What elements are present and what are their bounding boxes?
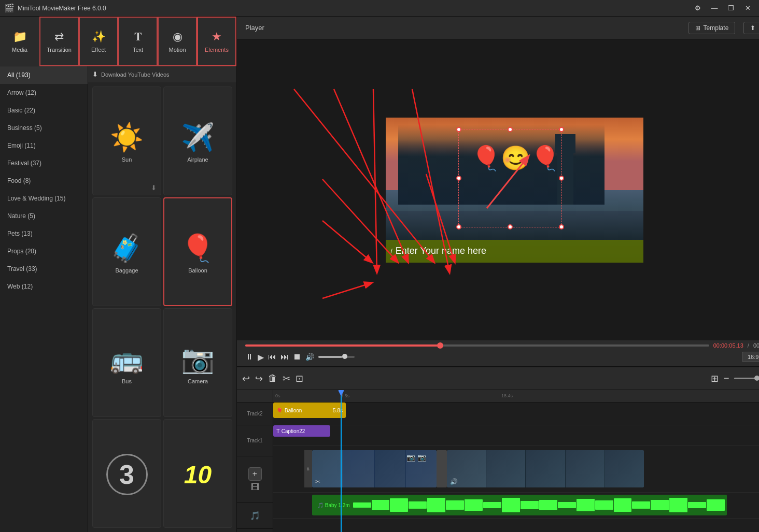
elements-grid: ☀️ Sun ⬇ ✈️ Airplane 🧳 Baggage: [88, 82, 236, 532]
video-clip-2[interactable]: 🔊: [447, 450, 644, 487]
count3-icon: 3: [106, 454, 148, 495]
element-bus[interactable]: 🚌 Bus: [92, 308, 161, 417]
sound-icon: 🔊: [450, 478, 458, 485]
effect-button[interactable]: ✨ Effect: [79, 17, 118, 66]
video-clip-1[interactable]: ✂ 📷 📷: [312, 450, 437, 487]
sun-icon: ☀️: [110, 122, 144, 153]
element-camera[interactable]: 📷 Camera: [163, 308, 232, 417]
split-view-button[interactable]: ⊞: [711, 373, 719, 384]
playhead[interactable]: [341, 390, 342, 532]
volume-fill: [318, 356, 342, 358]
template-icon: ⊞: [695, 24, 700, 32]
player-area: 🎈😊🎈: [237, 39, 759, 340]
motion-button[interactable]: ◉ Motion: [158, 17, 197, 66]
track-labels: Track2 Track1 + 🎞 🎵: [237, 390, 273, 532]
maximize-button[interactable]: ❐: [724, 3, 738, 13]
text-icon: 𝐓: [134, 30, 142, 44]
progress-bar-container: 00:00:05.13 / 00:01:13.07: [245, 342, 759, 349]
element-balloon[interactable]: 🎈 Balloon: [163, 197, 232, 306]
pause-button[interactable]: ⏸: [245, 352, 254, 362]
prev-frame-button[interactable]: ⏮: [268, 352, 276, 362]
current-time: 00:00:05.13: [713, 342, 743, 349]
count10-icon: 10: [184, 461, 212, 489]
video-frame: 🎈😊🎈: [386, 118, 643, 263]
transition-button[interactable]: ⇄ Transition: [39, 17, 79, 66]
tracks-area: 0s 5.5s 18.4s 🎈: [273, 390, 759, 532]
elements-icon: ★: [212, 30, 222, 44]
svg-line-8: [322, 283, 372, 298]
text-button[interactable]: 𝐓 Text: [118, 17, 158, 66]
category-business[interactable]: Business (5): [0, 119, 88, 137]
close-button[interactable]: ✕: [740, 3, 755, 13]
player-title: Player: [245, 24, 264, 32]
elements-search-bar: ⬇ Download YouTube Videos: [88, 66, 236, 82]
category-travel[interactable]: Travel (33): [0, 260, 88, 278]
element-sun[interactable]: ☀️ Sun ⬇: [92, 87, 161, 195]
music-icon: 🎵: [250, 511, 260, 521]
template-button[interactable]: ⊞ Template: [688, 22, 736, 34]
time-18s: 18.4s: [501, 393, 513, 398]
volume-thumb: [342, 354, 347, 359]
category-food[interactable]: Food (8): [0, 172, 88, 190]
effect-icon: ✨: [92, 30, 106, 44]
film-icon: 🎞: [251, 483, 259, 492]
zoom-fill: [734, 378, 757, 379]
element-count10[interactable]: 10: [163, 419, 232, 528]
category-web[interactable]: Web (12): [0, 278, 88, 295]
category-arrow[interactable]: Arrow (12): [0, 84, 88, 102]
balloon-sticker: 🎈😊🎈: [471, 146, 560, 170]
category-love[interactable]: Love & Wedding (15): [0, 190, 88, 207]
track1-label: Track1: [237, 425, 273, 456]
download-youtube-button[interactable]: Download YouTube Videos: [101, 71, 170, 78]
elements-button[interactable]: ★ Elements: [197, 17, 236, 66]
settings-button[interactable]: ⚙: [691, 3, 705, 13]
caption-clip[interactable]: T Caption22: [273, 425, 330, 437]
elements-panel: All (193) Arrow (12) Basic (22) Business…: [0, 66, 236, 532]
element-baggage[interactable]: 🧳 Baggage: [92, 197, 161, 306]
middle-area: Player ⊞ Template ⬆ Export: [237, 17, 759, 532]
volume-slider[interactable]: [318, 356, 355, 358]
tracks-inner: 0s 5.5s 18.4s 🎈: [273, 390, 759, 532]
media-icon: 📁: [13, 30, 27, 44]
category-props[interactable]: Props (20): [0, 242, 88, 260]
timeline: ↩ ↪ 🗑 ✂ ⊡ ⊞ − +: [237, 366, 759, 532]
progress-fill: [245, 344, 440, 347]
redo-button[interactable]: ↪: [255, 373, 263, 384]
category-festival[interactable]: Festival (37): [0, 154, 88, 172]
ruler-label: [237, 390, 273, 402]
media-button[interactable]: 📁 Media: [0, 17, 39, 66]
audio-clip[interactable]: 🎵 Baby 1.2m: [312, 495, 727, 515]
category-all[interactable]: All (193): [0, 66, 88, 84]
scissors-icon: ✂: [315, 478, 320, 485]
crop-button[interactable]: ⊡: [296, 373, 303, 384]
category-emoji[interactable]: Emoji (11): [0, 137, 88, 154]
category-basic[interactable]: Basic (22): [0, 102, 88, 119]
export-button[interactable]: ⬆ Export: [743, 22, 759, 34]
balloon-clip-icon: 🎈: [276, 408, 283, 413]
category-pets[interactable]: Pets (13): [0, 225, 88, 242]
element-count3[interactable]: 3: [92, 419, 161, 528]
undo-button[interactable]: ↩: [242, 373, 250, 384]
add-track-button[interactable]: +: [248, 467, 262, 481]
cut-button[interactable]: ✂: [283, 373, 290, 384]
minimize-button[interactable]: —: [707, 3, 722, 13]
zoom-thumb: [754, 376, 759, 381]
play-button[interactable]: ▶: [258, 352, 264, 362]
aspect-ratio-select[interactable]: 16:9 4:3 1:1: [742, 352, 759, 362]
element-airplane[interactable]: ✈️ Airplane: [163, 87, 232, 195]
progress-thumb: [437, 342, 443, 349]
transition-icon: ⇄: [54, 30, 64, 44]
next-frame-button[interactable]: ⏭: [280, 352, 289, 362]
track2-row: 🎈 Balloon 5.8s: [273, 402, 759, 425]
track2-label: Track2: [237, 402, 273, 425]
delete-button[interactable]: 🗑: [268, 373, 277, 384]
stop-button[interactable]: ⏹: [293, 352, 301, 362]
category-nature[interactable]: Nature (5): [0, 207, 88, 225]
balloon-clip[interactable]: 🎈 Balloon 5.8s: [273, 402, 346, 418]
motion-icon: ◉: [173, 30, 182, 44]
zoom-out-button[interactable]: −: [724, 373, 729, 384]
zoom-slider[interactable]: [734, 378, 759, 379]
time-ruler: 0s 5.5s 18.4s: [273, 390, 759, 402]
progress-bar[interactable]: [245, 344, 709, 347]
app-title: MiniTool MovieMaker Free 6.0.0: [18, 5, 691, 12]
